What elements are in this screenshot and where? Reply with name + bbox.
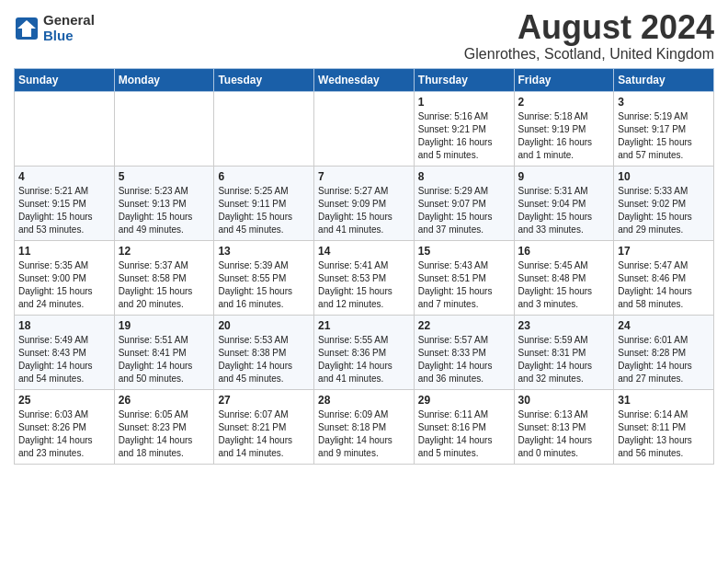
- col-header-friday: Friday: [514, 68, 614, 91]
- day-info: Sunrise: 5:23 AM Sunset: 9:13 PM Dayligh…: [119, 185, 210, 236]
- col-header-saturday: Saturday: [614, 68, 714, 91]
- day-number: 10: [618, 170, 710, 183]
- day-info: Sunrise: 6:07 AM Sunset: 8:21 PM Dayligh…: [218, 408, 310, 460]
- day-number: 9: [518, 170, 610, 183]
- day-number: 11: [18, 245, 110, 258]
- calendar-body: 1Sunrise: 5:16 AM Sunset: 9:21 PM Daylig…: [15, 91, 714, 464]
- calendar-cell: 14Sunrise: 5:41 AM Sunset: 8:53 PM Dayli…: [314, 240, 415, 315]
- day-info: Sunrise: 6:03 AM Sunset: 8:26 PM Dayligh…: [18, 408, 110, 460]
- calendar-cell: 26Sunrise: 6:05 AM Sunset: 8:23 PM Dayli…: [114, 389, 214, 464]
- day-number: 5: [119, 170, 210, 183]
- day-number: 7: [318, 170, 410, 183]
- day-number: 6: [218, 170, 310, 183]
- calendar-cell: 6Sunrise: 5:25 AM Sunset: 9:11 PM Daylig…: [214, 166, 314, 240]
- calendar-header: SundayMondayTuesdayWednesdayThursdayFrid…: [15, 68, 714, 91]
- day-number: 27: [218, 394, 310, 407]
- calendar-cell: 29Sunrise: 6:11 AM Sunset: 8:16 PM Dayli…: [414, 389, 514, 464]
- day-info: Sunrise: 5:25 AM Sunset: 9:11 PM Dayligh…: [218, 185, 310, 236]
- calendar-cell: 16Sunrise: 5:45 AM Sunset: 8:48 PM Dayli…: [514, 240, 614, 315]
- day-number: 21: [318, 319, 410, 332]
- col-header-monday: Monday: [114, 68, 214, 91]
- calendar-cell: 13Sunrise: 5:39 AM Sunset: 8:55 PM Dayli…: [214, 240, 314, 315]
- day-number: 19: [119, 319, 210, 332]
- day-info: Sunrise: 5:43 AM Sunset: 8:51 PM Dayligh…: [418, 259, 510, 311]
- calendar-cell: [15, 91, 115, 166]
- day-info: Sunrise: 5:37 AM Sunset: 8:58 PM Dayligh…: [119, 259, 210, 311]
- day-info: Sunrise: 5:51 AM Sunset: 8:41 PM Dayligh…: [119, 334, 210, 385]
- day-number: 29: [418, 394, 510, 407]
- day-number: 3: [618, 96, 710, 109]
- week-row-3: 11Sunrise: 5:35 AM Sunset: 9:00 PM Dayli…: [15, 240, 714, 315]
- calendar-table: SundayMondayTuesdayWednesdayThursdayFrid…: [14, 68, 714, 465]
- day-info: Sunrise: 6:01 AM Sunset: 8:28 PM Dayligh…: [618, 334, 710, 385]
- day-number: 2: [518, 96, 610, 109]
- calendar-cell: 19Sunrise: 5:51 AM Sunset: 8:41 PM Dayli…: [114, 315, 214, 389]
- day-number: 25: [18, 394, 110, 407]
- day-info: Sunrise: 5:21 AM Sunset: 9:15 PM Dayligh…: [18, 185, 110, 236]
- day-number: 20: [218, 319, 310, 332]
- calendar-cell: 3Sunrise: 5:19 AM Sunset: 9:17 PM Daylig…: [614, 91, 714, 166]
- calendar-cell: [114, 91, 214, 166]
- day-number: 14: [318, 245, 410, 258]
- day-info: Sunrise: 5:29 AM Sunset: 9:07 PM Dayligh…: [418, 185, 510, 236]
- calendar-cell: 2Sunrise: 5:18 AM Sunset: 9:19 PM Daylig…: [514, 91, 614, 166]
- calendar-cell: 20Sunrise: 5:53 AM Sunset: 8:38 PM Dayli…: [214, 315, 314, 389]
- day-info: Sunrise: 5:53 AM Sunset: 8:38 PM Dayligh…: [218, 334, 310, 385]
- calendar-cell: 21Sunrise: 5:55 AM Sunset: 8:36 PM Dayli…: [314, 315, 415, 389]
- day-number: 28: [318, 394, 410, 407]
- day-info: Sunrise: 5:33 AM Sunset: 9:02 PM Dayligh…: [618, 185, 710, 236]
- day-number: 1: [418, 96, 510, 109]
- day-number: 22: [418, 319, 510, 332]
- day-info: Sunrise: 6:13 AM Sunset: 8:13 PM Dayligh…: [518, 408, 610, 460]
- day-info: Sunrise: 5:39 AM Sunset: 8:55 PM Dayligh…: [218, 259, 310, 311]
- day-info: Sunrise: 5:49 AM Sunset: 8:43 PM Dayligh…: [18, 334, 110, 385]
- calendar-cell: 22Sunrise: 5:57 AM Sunset: 8:33 PM Dayli…: [414, 315, 514, 389]
- day-number: 26: [119, 394, 210, 407]
- calendar-cell: 9Sunrise: 5:31 AM Sunset: 9:04 PM Daylig…: [514, 166, 614, 240]
- calendar-cell: 28Sunrise: 6:09 AM Sunset: 8:18 PM Dayli…: [314, 389, 415, 464]
- col-header-tuesday: Tuesday: [214, 68, 314, 91]
- day-info: Sunrise: 5:18 AM Sunset: 9:19 PM Dayligh…: [518, 110, 610, 162]
- col-header-wednesday: Wednesday: [314, 68, 415, 91]
- day-info: Sunrise: 5:45 AM Sunset: 8:48 PM Dayligh…: [518, 259, 610, 311]
- calendar-cell: 23Sunrise: 5:59 AM Sunset: 8:31 PM Dayli…: [514, 315, 614, 389]
- day-number: 12: [119, 245, 210, 258]
- calendar-cell: 7Sunrise: 5:27 AM Sunset: 9:09 PM Daylig…: [314, 166, 415, 240]
- day-info: Sunrise: 5:57 AM Sunset: 8:33 PM Dayligh…: [418, 334, 510, 385]
- day-number: 24: [618, 319, 710, 332]
- day-info: Sunrise: 5:55 AM Sunset: 8:36 PM Dayligh…: [318, 334, 410, 385]
- calendar-cell: 31Sunrise: 6:14 AM Sunset: 8:11 PM Dayli…: [614, 389, 714, 464]
- title-area: August 2024 Glenrothes, Scotland, United…: [464, 9, 714, 63]
- day-info: Sunrise: 6:11 AM Sunset: 8:16 PM Dayligh…: [418, 408, 510, 460]
- day-info: Sunrise: 5:27 AM Sunset: 9:09 PM Dayligh…: [318, 185, 410, 236]
- day-info: Sunrise: 5:41 AM Sunset: 8:53 PM Dayligh…: [318, 259, 410, 311]
- logo: General Blue: [14, 13, 95, 43]
- calendar-cell: 1Sunrise: 5:16 AM Sunset: 9:21 PM Daylig…: [414, 91, 514, 166]
- header-row: SundayMondayTuesdayWednesdayThursdayFrid…: [15, 68, 714, 91]
- day-number: 17: [618, 245, 710, 258]
- subtitle: Glenrothes, Scotland, United Kingdom: [464, 46, 714, 63]
- day-number: 8: [418, 170, 510, 183]
- day-number: 15: [418, 245, 510, 258]
- day-number: 30: [518, 394, 610, 407]
- calendar-cell: [214, 91, 314, 166]
- calendar-cell: 4Sunrise: 5:21 AM Sunset: 9:15 PM Daylig…: [15, 166, 115, 240]
- calendar-cell: 30Sunrise: 6:13 AM Sunset: 8:13 PM Dayli…: [514, 389, 614, 464]
- logo-icon: [14, 16, 40, 41]
- day-info: Sunrise: 5:16 AM Sunset: 9:21 PM Dayligh…: [418, 110, 510, 162]
- day-number: 31: [618, 394, 710, 407]
- day-info: Sunrise: 5:59 AM Sunset: 8:31 PM Dayligh…: [518, 334, 610, 385]
- col-header-thursday: Thursday: [414, 68, 514, 91]
- calendar-cell: 10Sunrise: 5:33 AM Sunset: 9:02 PM Dayli…: [614, 166, 714, 240]
- calendar-cell: 18Sunrise: 5:49 AM Sunset: 8:43 PM Dayli…: [15, 315, 115, 389]
- week-row-5: 25Sunrise: 6:03 AM Sunset: 8:26 PM Dayli…: [15, 389, 714, 464]
- day-info: Sunrise: 6:14 AM Sunset: 8:11 PM Dayligh…: [618, 408, 710, 460]
- calendar-cell: 15Sunrise: 5:43 AM Sunset: 8:51 PM Dayli…: [414, 240, 514, 315]
- day-number: 4: [18, 170, 110, 183]
- calendar-cell: 24Sunrise: 6:01 AM Sunset: 8:28 PM Dayli…: [614, 315, 714, 389]
- calendar-cell: 12Sunrise: 5:37 AM Sunset: 8:58 PM Dayli…: [114, 240, 214, 315]
- calendar-cell: 25Sunrise: 6:03 AM Sunset: 8:26 PM Dayli…: [15, 389, 115, 464]
- calendar-cell: 11Sunrise: 5:35 AM Sunset: 9:00 PM Dayli…: [15, 240, 115, 315]
- main-title: August 2024: [464, 9, 714, 46]
- week-row-2: 4Sunrise: 5:21 AM Sunset: 9:15 PM Daylig…: [15, 166, 714, 240]
